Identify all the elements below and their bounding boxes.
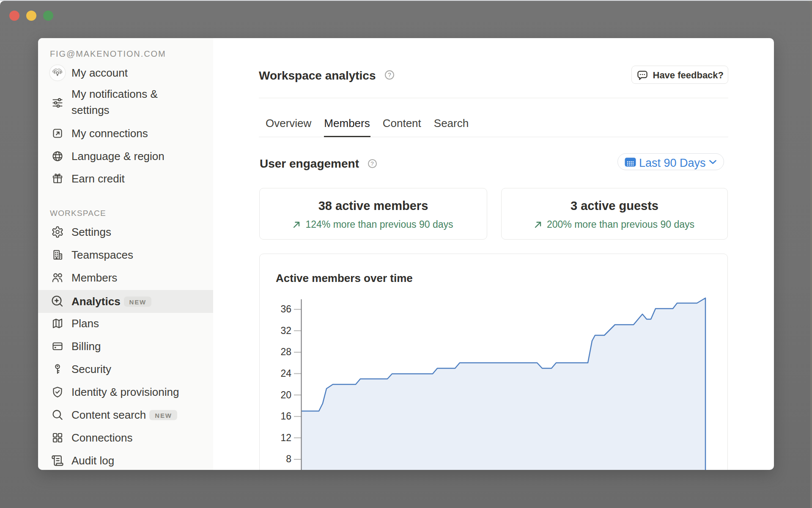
svg-text:36: 36: [280, 304, 291, 315]
svg-text:32: 32: [280, 325, 291, 336]
svg-text:20: 20: [280, 389, 291, 400]
svg-text:24: 24: [280, 368, 291, 379]
svg-text:12: 12: [280, 432, 291, 443]
svg-text:8: 8: [286, 453, 291, 464]
svg-text:28: 28: [280, 346, 291, 357]
svg-text:16: 16: [280, 411, 291, 422]
